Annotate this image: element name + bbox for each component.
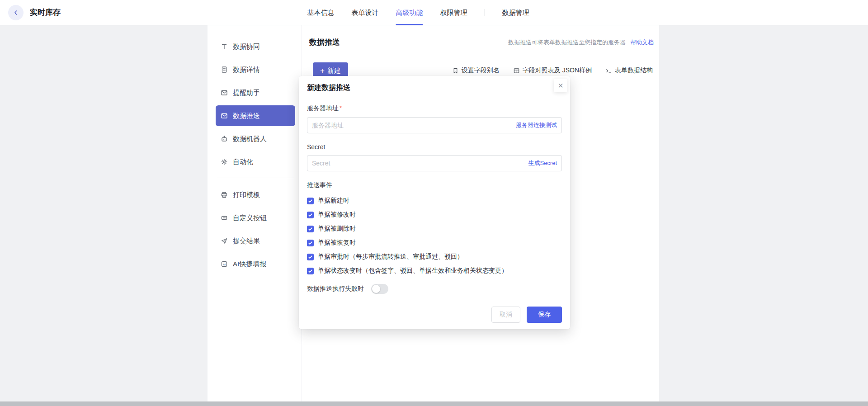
server-test-link[interactable]: 服务器连接测试 <box>516 121 557 129</box>
page-title: 实时库存 <box>30 0 61 25</box>
page-bottom-edge <box>0 401 868 406</box>
tab-divider <box>485 9 485 16</box>
secret-input[interactable] <box>312 160 524 167</box>
checkbox-deleted[interactable] <box>307 226 314 232</box>
sidebar-item-label: 打印模板 <box>233 191 260 199</box>
checkbox-created[interactable] <box>307 198 314 204</box>
checkbox-approval[interactable] <box>307 254 314 260</box>
tool-link-label: 表单数据结构 <box>615 66 653 75</box>
cancel-button[interactable]: 取消 <box>491 307 520 323</box>
server-address-label-text: 服务器地址 <box>307 104 339 112</box>
sidebar-item-label: 自动化 <box>233 158 253 166</box>
event-label: 单据被修改时 <box>318 211 356 219</box>
event-label: 单据被删除时 <box>318 225 356 233</box>
sidebar-item-submit-result[interactable]: 提交结果 <box>216 231 295 251</box>
sidebar-item-data-detail[interactable]: 数据详情 <box>216 59 295 80</box>
sidebar-item-ai-quick-fill[interactable]: AI AI快捷填报 <box>216 254 295 274</box>
mail-icon <box>220 89 228 97</box>
sidebar-item-label: 数据机器人 <box>233 135 267 143</box>
sidebar-item-label: 数据协同 <box>233 42 260 51</box>
event-label: 单据被恢复时 <box>318 239 356 247</box>
ai-icon: AI <box>220 260 228 268</box>
sidebar-item-label: 数据详情 <box>233 66 260 74</box>
button-icon <box>220 214 228 222</box>
checkbox-modified[interactable] <box>307 212 314 218</box>
toolbar-links: 设置字段别名 字段对照表及 JSON样例 表单数据结构 <box>452 66 653 75</box>
section-description: 数据推送可将表单数据推送至您指定的服务器帮助文档 <box>508 38 654 47</box>
event-row-restored: 单据被恢复时 <box>307 238 562 248</box>
sidebar-item-label: 提交结果 <box>233 237 260 245</box>
modal-title: 新建数据推送 <box>307 83 562 93</box>
sidebar-item-custom-button[interactable]: 自定义按钮 <box>216 208 295 228</box>
terminal-icon <box>605 67 612 74</box>
event-row-deleted: 单据被删除时 <box>307 224 562 234</box>
bookmark-icon <box>452 67 459 74</box>
event-label: 单据审批时（每步审批流转推送、审批通过、驳回） <box>318 253 463 261</box>
close-button[interactable]: × <box>554 79 567 92</box>
set-field-alias-link[interactable]: 设置字段别名 <box>452 66 500 75</box>
push-failure-row: 数据推送执行失败时 <box>307 284 562 294</box>
new-push-button-label: 新建 <box>327 66 341 75</box>
push-failure-label: 数据推送执行失败时 <box>307 285 364 293</box>
printer-icon <box>220 191 228 199</box>
sidebar-item-data-robot[interactable]: 数据机器人 <box>216 128 295 149</box>
tool-link-label: 字段对照表及 JSON样例 <box>523 66 592 75</box>
back-button[interactable] <box>8 5 24 20</box>
back-chevron-icon <box>12 9 19 16</box>
send-mail-icon <box>220 112 228 120</box>
sidebar-item-data-push[interactable]: 数据推送 <box>216 105 295 126</box>
event-label: 单据状态改变时（包含签字、驳回、单据生效和业务相关状态变更） <box>318 267 508 275</box>
sidebar: 数据协同 数据详情 提醒助手 数据推送 数据机器人 <box>208 25 302 401</box>
event-row-created: 单据新建时 <box>307 196 562 206</box>
event-label: 单据新建时 <box>318 197 349 205</box>
tab-permission[interactable]: 权限管理 <box>440 0 467 25</box>
tab-data-management[interactable]: 数据管理 <box>502 0 529 25</box>
server-address-input[interactable] <box>312 122 511 129</box>
modal-footer: 取消 保存 <box>307 307 562 323</box>
help-doc-link[interactable]: 帮助文档 <box>630 39 654 46</box>
tool-link-label: 设置字段别名 <box>462 66 500 75</box>
checkbox-restored[interactable] <box>307 240 314 246</box>
svg-text:AI: AI <box>223 263 226 266</box>
section-title: 数据推送 <box>309 37 340 47</box>
document-icon <box>220 66 228 74</box>
field-mapping-json-link[interactable]: 字段对照表及 JSON样例 <box>513 66 592 75</box>
table-icon <box>513 67 520 74</box>
secret-label: Secret <box>307 143 562 151</box>
text-icon <box>220 42 228 51</box>
tab-basic-info[interactable]: 基本信息 <box>307 0 335 25</box>
generate-secret-link[interactable]: 生成Secret <box>528 159 557 167</box>
save-button[interactable]: 保存 <box>527 307 562 323</box>
close-icon: × <box>558 80 563 91</box>
tab-form-design[interactable]: 表单设计 <box>352 0 379 25</box>
new-data-push-modal: × 新建数据推送 服务器地址* 服务器连接测试 Secret 生成Secret … <box>299 76 570 329</box>
paper-plane-icon <box>220 237 228 245</box>
sidebar-item-label: 提醒助手 <box>233 89 260 97</box>
sidebar-item-label: 数据推送 <box>233 112 260 120</box>
toggle-knob <box>372 285 380 293</box>
toolbar: + 新建 设置字段别名 字段对照表及 JSON样例 <box>302 55 659 79</box>
sidebar-item-label: AI快捷填报 <box>233 260 266 269</box>
event-row-modified: 单据被修改时 <box>307 210 562 220</box>
required-asterisk: * <box>340 104 342 112</box>
sidebar-item-reminder-assistant[interactable]: 提醒助手 <box>216 82 295 103</box>
server-address-label: 服务器地址* <box>307 104 562 113</box>
plus-icon: + <box>320 67 325 75</box>
sidebar-item-data-collaboration[interactable]: 数据协同 <box>216 36 295 57</box>
tab-advanced-features[interactable]: 高级功能 <box>396 0 423 25</box>
sidebar-item-label: 自定义按钮 <box>233 214 267 222</box>
sidebar-divider <box>217 178 294 178</box>
secret-field: 生成Secret <box>307 155 562 171</box>
form-data-structure-link[interactable]: 表单数据结构 <box>605 66 653 75</box>
top-nav-tabs: 基本信息 表单设计 高级功能 权限管理 数据管理 <box>307 0 529 25</box>
event-row-approval: 单据审批时（每步审批流转推送、审批通过、驳回） <box>307 252 562 262</box>
sidebar-item-print-template[interactable]: 打印模板 <box>216 184 295 205</box>
main-header: 数据推送 数据推送可将表单数据推送至您指定的服务器帮助文档 <box>302 25 659 55</box>
checkbox-status-change[interactable] <box>307 268 314 274</box>
topbar: 实时库存 基本信息 表单设计 高级功能 权限管理 数据管理 <box>0 0 868 25</box>
push-events-label: 推送事件 <box>307 181 562 189</box>
push-failure-toggle[interactable] <box>371 284 388 294</box>
server-address-field: 服务器连接测试 <box>307 117 562 133</box>
robot-icon <box>220 135 228 143</box>
sidebar-item-automation[interactable]: 自动化 <box>216 151 295 172</box>
